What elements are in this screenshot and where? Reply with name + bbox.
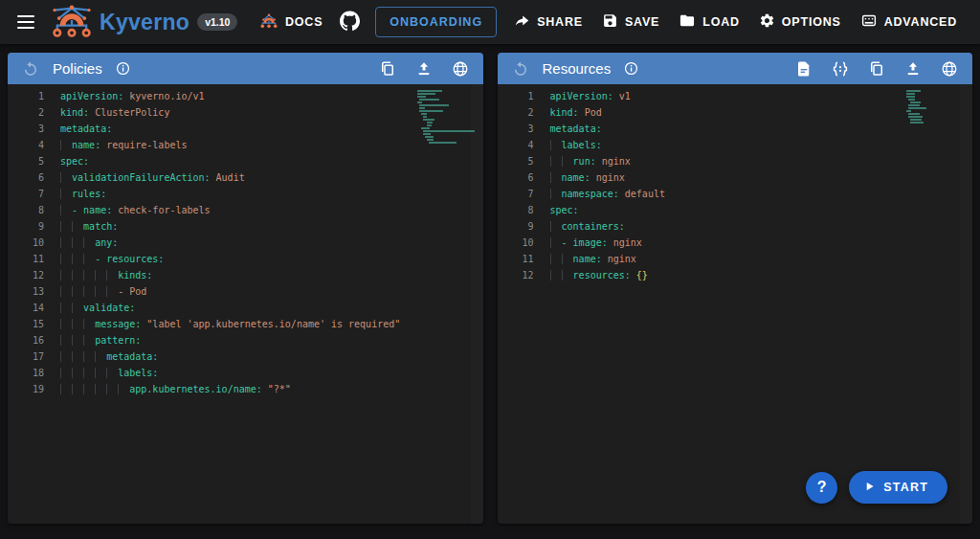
scrollbar[interactable] bbox=[960, 84, 972, 524]
globe-icon[interactable] bbox=[449, 57, 472, 80]
line-number: 1 bbox=[8, 88, 44, 104]
github-button[interactable] bbox=[332, 5, 368, 39]
line-number: 6 bbox=[8, 169, 44, 186]
code-line: 14 validate: bbox=[8, 300, 483, 316]
share-button[interactable]: SHARE bbox=[504, 5, 592, 39]
kyverno-logo bbox=[50, 2, 94, 42]
advanced-button[interactable]: ADVANCED bbox=[851, 5, 967, 39]
line-number: 4 bbox=[498, 137, 534, 153]
info-icon[interactable] bbox=[621, 58, 641, 79]
code-line: 16 pattern: bbox=[8, 332, 483, 348]
line-number: 2 bbox=[498, 104, 534, 121]
code-line: 17 metadata: bbox=[8, 348, 483, 365]
copy-icon[interactable] bbox=[865, 57, 888, 80]
restore-icon[interactable] bbox=[19, 57, 42, 80]
resources-editor[interactable]: 1apiVersion: v12kind: Pod3metadata:4 lab… bbox=[498, 84, 973, 524]
info-icon[interactable] bbox=[113, 58, 133, 79]
code-line: 5spec: bbox=[8, 153, 483, 169]
resources-title: Resources bbox=[543, 60, 612, 77]
action-buttons: ? START bbox=[806, 471, 947, 504]
line-number: 5 bbox=[8, 153, 44, 169]
code-line: 10 any: bbox=[8, 235, 483, 251]
line-number: 10 bbox=[8, 235, 44, 251]
upload-icon[interactable] bbox=[412, 57, 435, 80]
code-line: 8spec: bbox=[498, 202, 973, 218]
resources-code: 1apiVersion: v12kind: Pod3metadata:4 lab… bbox=[498, 88, 973, 283]
line-number: 6 bbox=[498, 169, 534, 186]
github-icon bbox=[340, 11, 360, 34]
code-line: 19 app.kubernetes.io/name: "?*" bbox=[8, 381, 483, 397]
policies-panel: Policies 1apiVers bbox=[8, 53, 483, 524]
brand-name: Kyverno bbox=[100, 10, 189, 35]
line-number: 8 bbox=[8, 202, 44, 218]
onboarding-button[interactable]: ONBOARDING bbox=[375, 7, 497, 37]
policies-code: 1apiVersion: kyverno.io/v12kind: Cluster… bbox=[8, 88, 483, 397]
line-number: 12 bbox=[498, 267, 534, 283]
save-button[interactable]: SAVE bbox=[592, 5, 669, 39]
globe-icon[interactable] bbox=[938, 57, 961, 80]
minimap[interactable] bbox=[906, 89, 966, 124]
code-line: 5 run: nginx bbox=[498, 153, 973, 169]
policies-editor[interactable]: 1apiVersion: kyverno.io/v12kind: Cluster… bbox=[8, 84, 483, 524]
version-badge: v1.10 bbox=[197, 13, 237, 31]
code-line: 2kind: ClusterPolicy bbox=[8, 104, 483, 121]
help-button[interactable]: ? bbox=[806, 472, 837, 504]
scrollbar[interactable] bbox=[471, 84, 483, 524]
line-number: 19 bbox=[8, 381, 44, 397]
minimap[interactable] bbox=[417, 89, 477, 145]
load-button[interactable]: LOAD bbox=[669, 5, 749, 39]
code-line: 4 labels: bbox=[498, 137, 973, 153]
policies-panel-header: Policies bbox=[8, 53, 483, 84]
code-line: 2kind: Pod bbox=[498, 104, 973, 121]
code-line: 4 name: require-labels bbox=[8, 137, 483, 153]
line-number: 18 bbox=[8, 365, 44, 381]
data-object-icon[interactable] bbox=[829, 57, 852, 80]
policies-title: Policies bbox=[53, 60, 102, 77]
document-icon[interactable] bbox=[792, 57, 815, 80]
docs-button[interactable]: DOCS bbox=[250, 5, 332, 39]
code-line: 10 - image: nginx bbox=[498, 235, 973, 251]
save-icon bbox=[602, 12, 618, 32]
code-line: 6 name: nginx bbox=[498, 169, 973, 186]
upload-icon[interactable] bbox=[902, 57, 924, 80]
restore-icon[interactable] bbox=[509, 57, 532, 80]
kyverno-playground-app: Kyverno v1.10 DOCS ONBOARDING bbox=[0, 0, 980, 530]
menu-icon[interactable] bbox=[10, 6, 42, 38]
code-line: 12 resources: {} bbox=[498, 267, 973, 283]
code-line: 15 message: "label 'app.kubernetes.io/na… bbox=[8, 316, 483, 332]
line-number: 7 bbox=[498, 186, 534, 202]
line-number: 16 bbox=[8, 332, 44, 348]
line-number: 2 bbox=[8, 104, 44, 121]
line-number: 3 bbox=[8, 121, 44, 137]
line-number: 15 bbox=[8, 316, 44, 332]
line-number: 5 bbox=[498, 153, 534, 169]
options-button[interactable]: OPTIONS bbox=[749, 5, 851, 39]
line-number: 9 bbox=[498, 218, 534, 235]
line-number: 1 bbox=[498, 88, 534, 104]
code-line: 7 namespace: default bbox=[498, 186, 973, 202]
copy-icon[interactable] bbox=[376, 57, 399, 80]
line-number: 4 bbox=[8, 137, 44, 153]
line-number: 17 bbox=[8, 348, 44, 365]
code-line: 11 - resources: bbox=[8, 251, 483, 267]
advanced-keyboard-icon bbox=[860, 12, 878, 32]
code-line: 8 - name: check-for-labels bbox=[8, 202, 483, 218]
code-line: 9 containers: bbox=[498, 218, 973, 235]
line-number: 14 bbox=[8, 300, 44, 316]
start-button[interactable]: START bbox=[849, 471, 947, 504]
code-line: 1apiVersion: kyverno.io/v1 bbox=[8, 88, 483, 104]
load-folder-icon bbox=[679, 12, 696, 32]
line-number: 11 bbox=[498, 251, 534, 267]
code-line: 12 kinds: bbox=[8, 267, 483, 283]
code-line: 18 labels: bbox=[8, 365, 483, 381]
line-number: 13 bbox=[8, 283, 44, 300]
share-icon bbox=[514, 12, 530, 32]
code-line: 6 validationFailureAction: Audit bbox=[8, 169, 483, 186]
code-line: 13 - Pod bbox=[8, 283, 483, 300]
resources-panel: Resources bbox=[498, 53, 973, 524]
code-line: 3metadata: bbox=[8, 121, 483, 137]
line-number: 7 bbox=[8, 186, 44, 202]
app-bar: Kyverno v1.10 DOCS ONBOARDING bbox=[0, 0, 980, 44]
line-number: 11 bbox=[8, 251, 44, 267]
resources-panel-header: Resources bbox=[498, 53, 973, 84]
